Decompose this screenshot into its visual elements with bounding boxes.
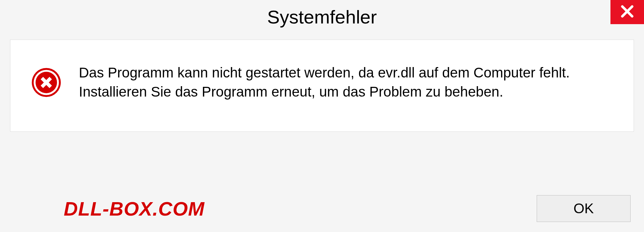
footer: DLL-BOX.COM OK xyxy=(0,195,644,222)
content-panel: Das Programm kann nicht gestartet werden… xyxy=(10,40,634,132)
error-dialog: Systemfehler Das Programm kann nicht ges… xyxy=(0,0,644,232)
watermark-text: DLL-BOX.COM xyxy=(64,197,205,220)
close-icon xyxy=(620,4,635,20)
close-button[interactable] xyxy=(610,0,644,24)
dialog-title: Systemfehler xyxy=(267,6,377,28)
ok-button-label: OK xyxy=(574,200,594,217)
ok-button[interactable]: OK xyxy=(537,195,631,222)
titlebar: Systemfehler xyxy=(0,0,644,34)
error-icon xyxy=(31,67,62,98)
error-message: Das Programm kann nicht gestartet werden… xyxy=(79,63,575,101)
